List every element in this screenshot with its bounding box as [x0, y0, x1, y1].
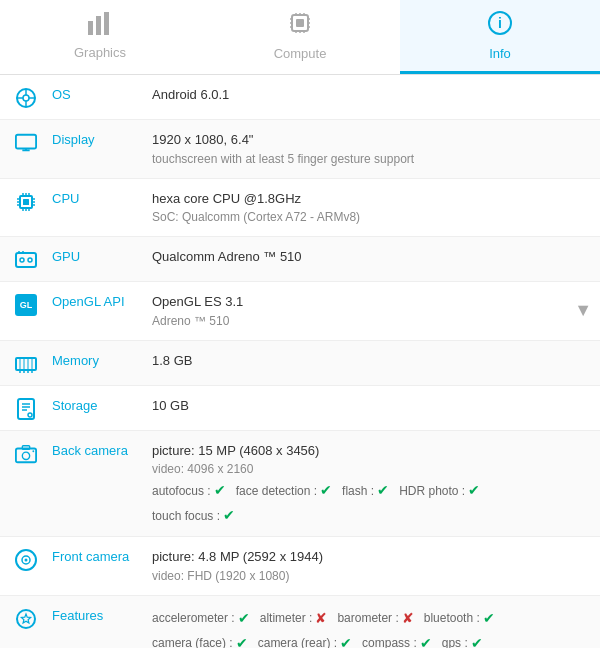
display-icon — [8, 132, 44, 154]
svg-point-60 — [28, 413, 32, 417]
check-yes-icon: ✔ — [377, 480, 389, 501]
check-item: flash : ✔ — [342, 480, 389, 501]
features-icon — [8, 608, 44, 630]
check-item: touch focus : ✔ — [152, 505, 235, 526]
tab-compute-label: Compute — [274, 46, 327, 61]
check-item: accelerometer : ✔ — [152, 608, 250, 629]
cpu-label: CPU — [52, 189, 152, 206]
svg-point-67 — [25, 559, 28, 562]
row-os: OS Android 6.0.1 — [0, 75, 600, 120]
check-item: barometer : ✘ — [337, 608, 413, 629]
memory-label: Memory — [52, 351, 152, 368]
backcam-value: picture: 15 MP (4608 x 3456) video: 4096… — [152, 441, 592, 527]
opengl-expand-button[interactable]: ▼ — [574, 300, 592, 321]
backcam-icon — [8, 443, 44, 465]
cpu-icon — [8, 191, 44, 213]
row-memory: Memory 1.8 GB — [0, 341, 600, 386]
check-no-icon: ✘ — [315, 608, 327, 629]
storage-value: 10 GB — [152, 396, 592, 416]
check-yes-icon: ✔ — [223, 505, 235, 526]
row-backcam: Back camera picture: 15 MP (4608 x 3456)… — [0, 431, 600, 538]
tab-info[interactable]: i Info — [400, 0, 600, 74]
check-item: camera (face) : ✔ — [152, 633, 248, 649]
gpu-label: GPU — [52, 247, 152, 264]
svg-rect-29 — [23, 199, 29, 205]
check-item: bluetooth : ✔ — [424, 608, 495, 629]
svg-rect-1 — [96, 16, 101, 35]
check-yes-icon: ✔ — [471, 633, 483, 649]
row-opengl: GL OpenGL API OpenGL ES 3.1 Adreno ™ 510… — [0, 282, 600, 341]
row-features: Features accelerometer : ✔altimeter : ✘b… — [0, 596, 600, 649]
info-icon: i — [487, 10, 513, 42]
check-yes-icon: ✔ — [214, 480, 226, 501]
tab-graphics-label: Graphics — [74, 45, 126, 60]
check-yes-icon: ✔ — [468, 480, 480, 501]
check-yes-icon: ✔ — [483, 608, 495, 629]
backcam-label: Back camera — [52, 441, 152, 458]
row-display: Display 1920 x 1080, 6.4" touchscreen wi… — [0, 120, 600, 179]
os-icon — [8, 87, 44, 109]
row-storage: Storage 10 GB — [0, 386, 600, 431]
check-item: camera (rear) : ✔ — [258, 633, 352, 649]
svg-rect-63 — [22, 445, 29, 449]
row-cpu: CPU hexa core CPU @1.8GHz SoC: Qualcomm … — [0, 179, 600, 238]
memory-value: 1.8 GB — [152, 351, 592, 371]
gpu-value: Qualcomm Adreno ™ 510 — [152, 247, 592, 267]
info-table: OS Android 6.0.1 Display 1920 x 1080, 6.… — [0, 75, 600, 648]
check-yes-icon: ✔ — [238, 608, 250, 629]
svg-point-43 — [20, 258, 24, 262]
frontcam-icon — [8, 549, 44, 571]
cpu-value: hexa core CPU @1.8GHz SoC: Qualcomm (Cor… — [152, 189, 592, 227]
check-item: face detection : ✔ — [236, 480, 332, 501]
storage-label: Storage — [52, 396, 152, 413]
check-item: compass : ✔ — [362, 633, 432, 649]
check-yes-icon: ✔ — [236, 633, 248, 649]
tab-bar: Graphics Compute — [0, 0, 600, 75]
svg-point-62 — [22, 452, 29, 459]
display-label: Display — [52, 130, 152, 147]
tab-compute[interactable]: Compute — [200, 0, 400, 74]
check-item: autofocus : ✔ — [152, 480, 226, 501]
compute-icon — [287, 10, 313, 42]
svg-point-64 — [32, 450, 34, 452]
svg-text:i: i — [498, 15, 502, 31]
features-label: Features — [52, 606, 152, 623]
os-value: Android 6.0.1 — [152, 85, 592, 105]
opengl-value: OpenGL ES 3.1 Adreno ™ 510 — [152, 292, 574, 330]
check-no-icon: ✘ — [402, 608, 414, 629]
svg-rect-0 — [88, 21, 93, 35]
check-item: gps : ✔ — [442, 633, 483, 649]
check-item: altimeter : ✘ — [260, 608, 328, 629]
opengl-icon: GL — [8, 294, 44, 316]
svg-rect-42 — [16, 253, 36, 267]
svg-rect-47 — [16, 358, 36, 370]
check-yes-icon: ✔ — [420, 633, 432, 649]
os-label: OS — [52, 85, 152, 102]
check-item: HDR photo : ✔ — [399, 480, 480, 501]
frontcam-value: picture: 4.8 MP (2592 x 1944) video: FHD… — [152, 547, 592, 585]
svg-point-44 — [28, 258, 32, 262]
memory-icon — [8, 353, 44, 375]
svg-rect-2 — [104, 12, 109, 35]
svg-point-20 — [23, 95, 29, 101]
display-value: 1920 x 1080, 6.4" touchscreen with at le… — [152, 130, 592, 168]
row-gpu: GPU Qualcomm Adreno ™ 510 — [0, 237, 600, 282]
gpu-icon — [8, 249, 44, 271]
storage-icon — [8, 398, 44, 420]
check-yes-icon: ✔ — [320, 480, 332, 501]
features-value: accelerometer : ✔altimeter : ✘barometer … — [152, 606, 592, 649]
svg-rect-4 — [296, 19, 304, 27]
row-frontcam: Front camera picture: 4.8 MP (2592 x 194… — [0, 537, 600, 596]
frontcam-label: Front camera — [52, 547, 152, 564]
tab-graphics[interactable]: Graphics — [0, 0, 200, 74]
svg-rect-25 — [16, 135, 36, 149]
bar-chart-icon — [86, 11, 114, 41]
check-yes-icon: ✔ — [340, 633, 352, 649]
opengl-label: OpenGL API — [52, 292, 152, 309]
tab-info-label: Info — [489, 46, 511, 61]
